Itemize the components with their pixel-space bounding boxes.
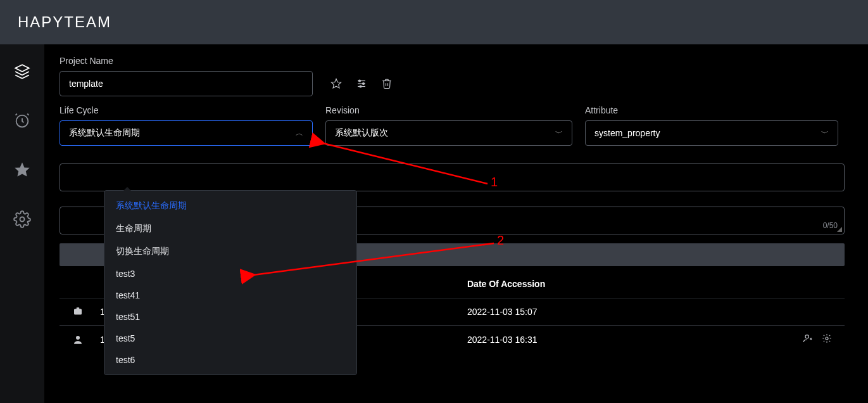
chevron-up-icon: ︿ [296, 128, 303, 139]
col-date-header: Date Of Accession [467, 279, 708, 289]
resize-handle-icon[interactable] [836, 226, 843, 233]
svg-rect-12 [77, 307, 80, 309]
project-name-input[interactable] [60, 71, 313, 96]
svg-point-13 [76, 336, 80, 340]
project-name-label: Project Name [60, 56, 313, 66]
svg-point-8 [359, 80, 361, 82]
sidebar [0, 44, 44, 403]
trash-icon[interactable] [381, 78, 393, 91]
clock-icon[interactable] [13, 112, 31, 129]
lifecycle-option[interactable]: 系统默认生命周期 [104, 195, 356, 217]
person-icon [72, 334, 100, 345]
attribute-select[interactable]: system_property ﹀ [585, 120, 838, 146]
char-counter: 0/50 [823, 221, 838, 230]
revision-select[interactable]: 系统默认版次 ﹀ [325, 120, 572, 146]
svg-point-14 [805, 335, 808, 338]
attribute-label: Attribute [585, 105, 838, 115]
brand-title: HAPYTEAM [18, 13, 111, 31]
life-cycle-select[interactable]: 系统默认生命周期 ︿ [60, 120, 313, 146]
chevron-down-icon: ﹀ [821, 128, 829, 139]
user-action-icon[interactable] [803, 333, 813, 345]
app-header: HAPYTEAM [0, 0, 868, 44]
lifecycle-option[interactable]: 生命周期 [104, 217, 356, 240]
gear-icon[interactable] [13, 210, 31, 228]
life-cycle-dropdown: 系统默认生命周期生命周期切换生命周期test3test41test51test5… [104, 190, 357, 375]
svg-marker-2 [15, 162, 29, 176]
lifecycle-option[interactable]: 切换生命周期 [104, 240, 356, 263]
attribute-value: system_property [594, 128, 660, 138]
chevron-down-icon: ﹀ [555, 128, 563, 139]
cell-date: 2022-11-03 15:07 [467, 307, 708, 317]
lifecycle-option[interactable]: test41 [104, 285, 356, 306]
revision-value: 系统默认版次 [335, 127, 388, 139]
svg-marker-4 [332, 79, 341, 88]
svg-point-10 [360, 86, 362, 87]
text-block-1[interactable] [60, 163, 845, 191]
layers-icon[interactable] [14, 63, 30, 80]
main-content: Project Name Life Cycle 系统默认生命周期 [44, 44, 868, 403]
row-actions [708, 333, 832, 345]
svg-point-9 [363, 83, 365, 85]
sliders-icon[interactable] [356, 78, 367, 91]
svg-rect-11 [74, 309, 82, 315]
lifecycle-option[interactable]: test6 [104, 349, 356, 371]
cell-date: 2022-11-03 16:31 [467, 335, 708, 345]
svg-point-3 [20, 217, 25, 222]
svg-point-15 [826, 337, 828, 340]
star-icon[interactable] [13, 161, 31, 179]
life-cycle-label: Life Cycle [60, 105, 313, 115]
svg-marker-0 [15, 65, 29, 72]
star-outline-icon[interactable] [330, 78, 342, 91]
lifecycle-option[interactable]: test5 [104, 328, 356, 349]
revision-label: Revision [325, 105, 572, 115]
life-cycle-value: 系统默认生命周期 [69, 127, 140, 139]
badge-icon [72, 306, 100, 317]
lifecycle-option[interactable]: test3 [104, 263, 356, 285]
lifecycle-option[interactable]: test51 [104, 306, 356, 328]
gear-icon[interactable] [822, 333, 832, 345]
